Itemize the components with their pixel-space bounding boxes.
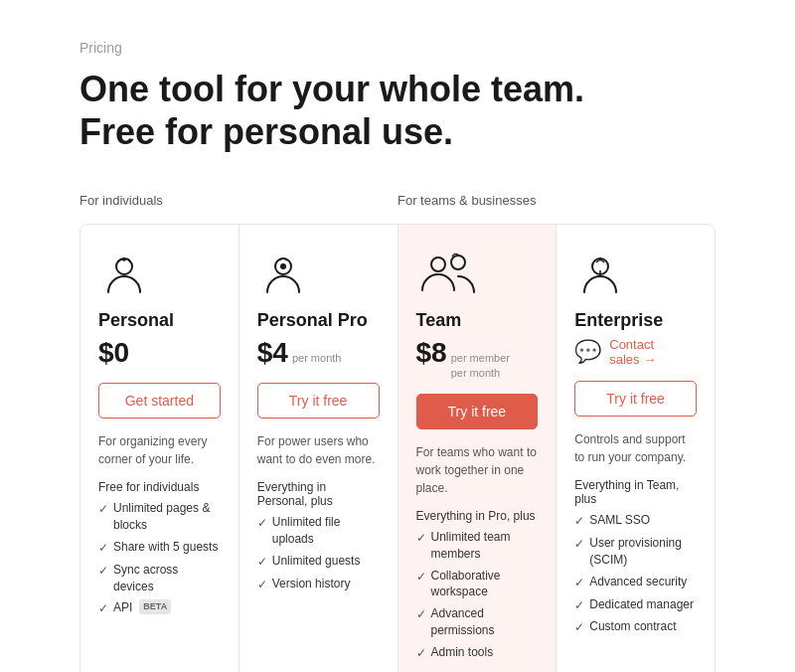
personal-features-list: ✓Unlimited pages & blocks ✓Share with 5 … [98, 500, 221, 617]
personal-cta-button[interactable]: Get started [98, 383, 221, 419]
feature-unlimited-members: ✓Unlimited team members [416, 529, 539, 563]
feature-advanced-security: ✓Advanced security [574, 574, 697, 591]
feature-dedicated-manager: ✓Dedicated manager [574, 596, 697, 614]
check-icon: ✓ [257, 515, 267, 532]
hero-title: One tool for your whole team. Free for p… [80, 68, 716, 153]
feature-admin-tools: ✓Admin tools [416, 644, 539, 662]
enterprise-icon [574, 249, 626, 300]
check-icon: ✓ [98, 501, 108, 518]
check-icon: ✓ [257, 554, 267, 571]
beta-badge: BETA [139, 599, 171, 614]
feature-custom-contract: ✓Custom contract [574, 618, 697, 636]
check-icon: ✓ [98, 600, 108, 617]
enterprise-features-list: ✓SAML SSO ✓User provisioning (SCIM) ✓Adv… [574, 512, 697, 636]
feature-unlimited-pages: ✓Unlimited pages & blocks [98, 500, 221, 534]
feature-version-history: ✓Version history [257, 576, 380, 593]
check-icon: ✓ [416, 606, 426, 623]
teams-section-label: For teams & businesses [398, 193, 716, 208]
check-icon: ✓ [574, 575, 584, 591]
team-features-header: Everything in Pro, plus [416, 509, 539, 523]
personal-price: $0 [98, 337, 221, 369]
pricing-label: Pricing [80, 40, 716, 56]
check-icon: ✓ [574, 597, 584, 614]
plan-enterprise: Enterprise 💬 Contactsales → Try it free … [556, 225, 715, 672]
team-cta-button[interactable]: Try it free [416, 394, 539, 429]
feature-unlimited-uploads: ✓Unlimited file uploads [257, 514, 380, 548]
personal-pro-cta-button[interactable]: Try it free [257, 383, 380, 419]
feature-advanced-permissions: ✓Advanced permissions [416, 605, 539, 639]
enterprise-description: Controls and support to run your company… [574, 430, 697, 466]
enterprise-plan-name: Enterprise [574, 310, 697, 331]
personal-plan-name: Personal [98, 310, 221, 331]
team-price: $8 per member per month [416, 337, 539, 380]
check-icon: ✓ [98, 540, 108, 557]
enterprise-cta-button[interactable]: Try it free [574, 381, 697, 417]
check-icon: ✓ [416, 645, 426, 662]
svg-point-2 [280, 263, 286, 269]
plans-container: Personal $0 Get started For organizing e… [80, 224, 716, 672]
personal-description: For organizing every corner of your life… [98, 432, 221, 468]
contact-sales-link[interactable]: Contactsales → [609, 337, 656, 367]
check-icon: ✓ [574, 536, 584, 553]
check-icon: ✓ [416, 569, 426, 586]
check-icon: ✓ [416, 530, 426, 547]
feature-user-provisioning: ✓User provisioning (SCIM) [574, 535, 697, 569]
plan-personal: Personal $0 Get started For organizing e… [80, 225, 239, 672]
feature-saml-sso: ✓SAML SSO [574, 512, 697, 530]
check-icon: ✓ [98, 563, 108, 580]
feature-sync-devices: ✓Sync across devices [98, 562, 221, 595]
enterprise-contact-row: 💬 Contactsales → [574, 337, 697, 367]
plan-personal-pro: Personal Pro $4 per month Try it free Fo… [239, 225, 398, 672]
personal-pro-features-list: ✓Unlimited file uploads ✓Unlimited guest… [257, 514, 380, 592]
enterprise-features-header: Everything in Team, plus [574, 478, 697, 506]
team-description: For teams who want to work together in o… [416, 443, 539, 497]
check-icon: ✓ [257, 577, 267, 593]
feature-unlimited-guests: ✓Unlimited guests [257, 553, 380, 571]
personal-pro-icon [257, 249, 309, 300]
team-plan-name: Team [416, 310, 539, 331]
check-icon: ✓ [574, 619, 584, 636]
personal-pro-description: For power users who want to do even more… [257, 432, 380, 468]
svg-point-4 [451, 255, 465, 269]
personal-pro-price: $4 per month [257, 337, 380, 369]
chat-icon: 💬 [574, 339, 601, 365]
personal-pro-features-header: Everything in Personal, plus [257, 480, 380, 508]
feature-api: ✓APIBETA [98, 599, 221, 617]
check-icon: ✓ [574, 513, 584, 530]
individuals-section-label: For individuals [80, 193, 398, 208]
svg-point-3 [431, 257, 445, 271]
team-features-list: ✓Unlimited team members ✓Collaborative w… [416, 529, 539, 662]
team-icon [416, 249, 468, 300]
plan-team: Team $8 per member per month Try it free… [398, 225, 557, 672]
team-period: per member per month [451, 351, 510, 380]
personal-pro-period: per month [292, 351, 342, 365]
feature-collaborative-workspace: ✓Collaborative workspace [416, 568, 539, 601]
personal-icon [98, 249, 150, 300]
personal-pro-plan-name: Personal Pro [257, 310, 380, 331]
personal-features-header: Free for individuals [98, 480, 221, 494]
feature-share-guests: ✓Share with 5 guests [98, 539, 221, 557]
